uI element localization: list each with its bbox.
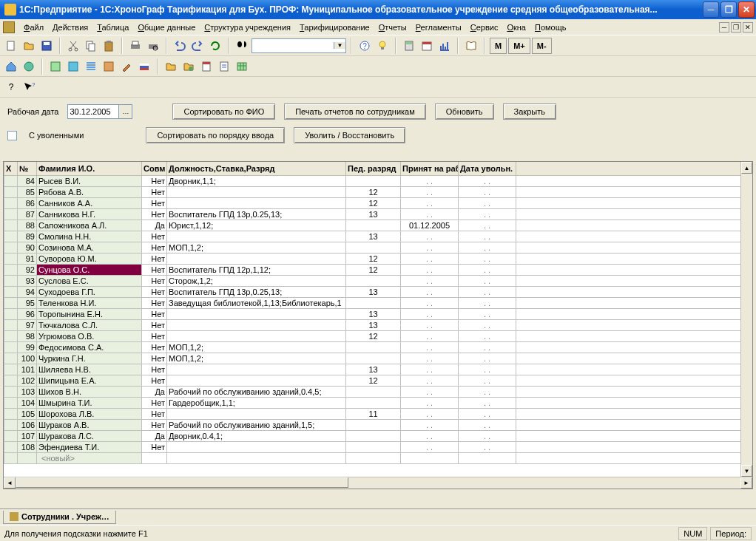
menu-Тарифицирование[interactable]: Тарифицирование	[295, 21, 374, 33]
col-num[interactable]: №	[18, 162, 37, 175]
table-row-new[interactable]: <новый>	[4, 452, 752, 463]
table-row[interactable]: 84Рысев В.И.НетДворник,1,1;. .. .	[4, 175, 752, 186]
with-fired-checkbox[interactable]	[7, 131, 17, 140]
print-reports-button[interactable]: Печать отчетов по сотрудникам	[284, 103, 426, 120]
table-row[interactable]: 93Суслова Е.С.НетСторож,1,2;. .. .	[4, 275, 752, 286]
print-icon[interactable]	[127, 38, 144, 54]
table-row[interactable]: 94Суходоева Г.П.НетВоспитатель ГПД 13р,0…	[4, 286, 752, 297]
calendar-icon[interactable]	[419, 38, 435, 54]
memory-mplus-button[interactable]: М+	[508, 38, 530, 54]
table-icon[interactable]	[234, 58, 250, 75]
new-icon[interactable]	[3, 38, 19, 54]
col-x[interactable]: Х	[4, 162, 18, 175]
mdi-minimize[interactable]: ─	[719, 22, 729, 33]
menu-Таблица[interactable]: Таблица	[92, 21, 133, 33]
working-date-input[interactable]: …	[67, 104, 132, 119]
tip-icon[interactable]	[374, 38, 391, 54]
fire-restore-button[interactable]: Уволить / Восстановить	[294, 127, 405, 143]
table-row[interactable]: 92Сунцова О.С.НетВоспитатель ГПД 12р,1,1…	[4, 264, 752, 275]
table-row[interactable]: 104Шмырина Т.И.НетГардеробщик,1,1;. .. .	[4, 397, 752, 408]
folder1-icon[interactable]	[163, 58, 179, 75]
col-name[interactable]: Фамилия И.О.	[37, 162, 142, 175]
grid1-icon[interactable]	[47, 58, 64, 75]
maximize-button[interactable]: ❐	[720, 1, 737, 18]
redo-icon[interactable]	[189, 38, 206, 54]
table-row[interactable]: 108Эфендиева Т.И.Нет. .. .	[4, 441, 752, 452]
table-row[interactable]: 98Угрюмова О.В.Нет12. .. .	[4, 330, 752, 341]
scroll-left-icon[interactable]: ◄	[4, 477, 16, 489]
menu-Отчеты[interactable]: Отчеты	[374, 21, 411, 33]
minimize-button[interactable]: ─	[703, 1, 719, 18]
table-row[interactable]: 100Чуркина Г.Н.НетМОП,1,2;. .. .	[4, 353, 752, 364]
tab-employees[interactable]: Сотрудники . Учреж…	[3, 511, 116, 524]
table-row[interactable]: 99Федосимова С.А.НетМОП,1,2;. .. .	[4, 341, 752, 353]
chevron-down-icon[interactable]: ▼	[334, 42, 345, 49]
table-row[interactable]: 91Суворова Ю.М.Нет12. .. .	[4, 253, 752, 264]
date-field[interactable]	[68, 105, 118, 118]
close-panel-button[interactable]: Закрыть	[503, 103, 556, 120]
globe-icon[interactable]	[21, 58, 37, 75]
table-row[interactable]: 107Шуракова Л.С.ДаДворник,0.4,1;. .. .	[4, 430, 752, 441]
col-position[interactable]: Должность,Ставка,Разряд	[167, 162, 346, 175]
sort-fio-button[interactable]: Сортировать по ФИО	[172, 103, 275, 120]
cut-icon[interactable]	[65, 38, 81, 54]
help-context-icon[interactable]: ?	[3, 79, 19, 95]
menu-Регламенты[interactable]: Регламенты	[411, 21, 466, 33]
col-fired[interactable]: Дата увольн.	[459, 162, 516, 175]
table-row[interactable]: 102Шипицына Е.А.Нет12. .. .	[4, 375, 752, 386]
book-icon[interactable]	[463, 38, 479, 54]
form-icon[interactable]	[101, 58, 117, 75]
col-hired[interactable]: Принят на раб.	[401, 162, 459, 175]
menu-Помощь[interactable]: Помощь	[530, 21, 571, 33]
search-input[interactable]	[252, 39, 334, 52]
menu-Структура учреждения[interactable]: Структура учреждения	[200, 21, 295, 33]
open-icon[interactable]	[21, 38, 37, 54]
grid2-icon[interactable]	[65, 58, 81, 75]
table-row[interactable]: 86Санников А.А.Нет12. .. .	[4, 197, 752, 208]
scroll-up-icon[interactable]: ▲	[741, 162, 752, 174]
menu-Общие данные[interactable]: Общие данные	[133, 21, 200, 33]
save-icon[interactable]	[38, 38, 55, 54]
refresh-button[interactable]: Обновить	[435, 103, 494, 120]
table-row[interactable]: 85Рябова А.В.Нет12. .. .	[4, 186, 752, 197]
help-icon[interactable]: ?	[357, 38, 373, 54]
list-icon[interactable]	[83, 58, 99, 75]
table-row[interactable]: 106Шураков А.В.НетРабочий по обслуживани…	[4, 419, 752, 430]
menu-Сервис[interactable]: Сервис	[466, 21, 503, 33]
table-row[interactable]: 101Шиляева Н.В.Нет13. .. .	[4, 364, 752, 375]
print-preview-icon[interactable]	[145, 38, 161, 54]
report2-icon[interactable]	[216, 58, 232, 75]
table-row[interactable]: 95Теленкова Н.И.НетЗаведущая библиотекой…	[4, 297, 752, 308]
refresh-icon[interactable]	[207, 38, 223, 54]
hscroll-thumb[interactable]	[16, 477, 348, 488]
report1-icon[interactable]	[198, 58, 215, 75]
table-row[interactable]: 105Шорохова Л.В.Нет11. .. .	[4, 408, 752, 419]
undo-icon[interactable]	[172, 38, 188, 54]
col-ped[interactable]: Пед. разряд	[346, 162, 401, 175]
vertical-scrollbar[interactable]: ▲ ▼	[740, 162, 752, 477]
menu-Файл[interactable]: Файл	[19, 21, 48, 33]
date-picker-button[interactable]: …	[118, 105, 132, 118]
mdi-close[interactable]: ✕	[743, 22, 753, 33]
table-row[interactable]: 96Торопынина Е.Н.Нет13. .. .	[4, 308, 752, 319]
paste-icon[interactable]	[101, 38, 117, 54]
table-row[interactable]: 89Смолина Н.Н.Нет13. .. .	[4, 231, 752, 242]
calc-icon[interactable]	[401, 38, 417, 54]
scroll-right-icon[interactable]: ►	[740, 477, 752, 489]
memory-mminus-button[interactable]: М-	[532, 38, 552, 54]
folder2-icon[interactable]	[180, 58, 197, 75]
mdi-restore[interactable]: ❐	[731, 22, 741, 33]
chart-icon[interactable]	[436, 38, 453, 54]
memory-m-button[interactable]: М	[490, 38, 507, 54]
home-icon[interactable]	[3, 58, 19, 75]
tool-icon[interactable]	[118, 58, 135, 75]
pointer-help-icon[interactable]: ?	[21, 79, 37, 95]
close-button[interactable]: ✕	[738, 1, 755, 18]
table-row[interactable]: 88Сапожникова А.Л.ДаЮрист,1,12;01.12.200…	[4, 220, 752, 231]
col-sovm[interactable]: Совм	[142, 162, 167, 175]
table-row[interactable]: 97Тючкалова С.Л.Нет13. .. .	[4, 319, 752, 330]
sort-input-button[interactable]: Сортировать по порядку ввода	[146, 127, 285, 143]
copy-icon[interactable]	[83, 38, 99, 54]
find-icon[interactable]	[234, 38, 250, 54]
scroll-down-icon[interactable]: ▼	[741, 465, 752, 477]
